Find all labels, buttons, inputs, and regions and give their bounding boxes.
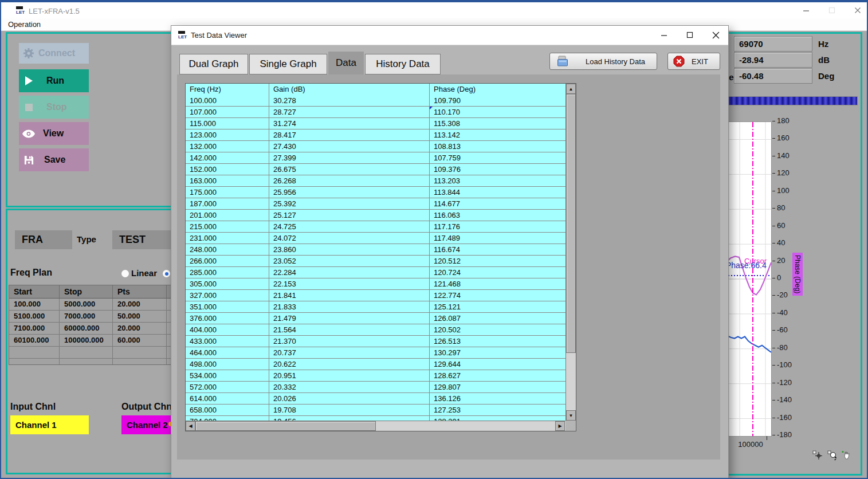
run-button[interactable]: Run <box>19 69 89 92</box>
plan-cell[interactable] <box>113 359 167 365</box>
dialog-minimize-button[interactable] <box>655 29 673 41</box>
data-cell[interactable]: 122.774 <box>430 290 565 301</box>
data-cell[interactable]: 128.301 <box>430 416 565 421</box>
data-cell[interactable]: 21.841 <box>269 290 430 301</box>
data-cell[interactable]: 107.000 <box>186 107 269 117</box>
plan-cell[interactable] <box>9 347 60 358</box>
data-cell[interactable]: 21.833 <box>269 301 430 312</box>
plan-cell[interactable]: 60.000 <box>113 335 167 346</box>
data-cell[interactable]: 109.376 <box>430 164 565 175</box>
plan-cell[interactable]: 7000.000 <box>60 311 113 322</box>
data-cell[interactable]: 152.000 <box>186 164 269 175</box>
data-cell[interactable]: 163.000 <box>186 175 269 186</box>
data-cell[interactable]: 24.725 <box>269 221 430 232</box>
data-cell[interactable]: 658.000 <box>186 405 269 415</box>
data-cell[interactable]: 23.052 <box>269 256 430 266</box>
exit-button[interactable]: EXIT <box>667 53 720 70</box>
data-cell[interactable]: 572.000 <box>186 382 269 392</box>
data-cell[interactable]: 285.000 <box>186 267 269 278</box>
connect-button[interactable]: Connect <box>19 43 89 64</box>
horizontal-scroll-thumb[interactable] <box>195 421 376 431</box>
data-cell[interactable]: 127.253 <box>430 405 565 415</box>
data-cell[interactable]: 129.644 <box>430 359 565 370</box>
data-cell[interactable]: 175.000 <box>186 187 269 198</box>
data-cell[interactable]: 31.274 <box>269 118 430 129</box>
data-cell[interactable]: 704.000 <box>186 416 269 421</box>
radio-log[interactable] <box>163 270 170 277</box>
plan-cell[interactable] <box>60 347 113 358</box>
data-cell[interactable]: 20.026 <box>269 393 430 404</box>
data-cell[interactable]: 21.479 <box>269 313 430 324</box>
plan-cell[interactable]: 20.000 <box>113 299 167 310</box>
data-cell[interactable]: 266.000 <box>186 256 269 266</box>
plan-cell[interactable] <box>60 359 113 365</box>
plan-cell[interactable] <box>9 359 60 365</box>
data-cell[interactable]: 113.142 <box>430 129 565 140</box>
data-cell[interactable]: 107.759 <box>430 152 565 163</box>
data-cell[interactable]: 27.399 <box>269 152 430 163</box>
data-cell[interactable]: 20.332 <box>269 382 430 392</box>
data-cell[interactable]: 115.000 <box>186 118 269 129</box>
plan-cell[interactable]: 100.000 <box>9 299 60 310</box>
data-cell[interactable]: 128.627 <box>430 370 565 381</box>
data-cell[interactable]: 113.203 <box>430 175 565 186</box>
data-cell[interactable]: 21.564 <box>269 324 430 335</box>
plan-cell[interactable]: 100000.000 <box>60 335 113 346</box>
data-cell[interactable]: 614.000 <box>186 393 269 404</box>
plan-cell[interactable]: 60000.000 <box>60 323 113 334</box>
data-cell[interactable]: 28.417 <box>269 129 430 140</box>
data-cell[interactable]: 248.000 <box>186 244 269 255</box>
view-button[interactable]: View <box>19 122 89 145</box>
data-cell[interactable]: 117.176 <box>430 221 565 232</box>
cursor-tool-icon[interactable] <box>812 450 824 461</box>
data-cell[interactable]: 123.000 <box>186 129 269 140</box>
data-cell[interactable]: 125.121 <box>430 301 565 312</box>
data-cell[interactable]: 116.063 <box>430 210 565 221</box>
data-cell[interactable]: 126.513 <box>430 336 565 347</box>
data-cell[interactable]: 28.727 <box>269 107 430 117</box>
data-cell[interactable]: 187.000 <box>186 198 269 209</box>
data-cell[interactable]: 26.675 <box>269 164 430 175</box>
data-cell[interactable]: 30.278 <box>269 95 430 106</box>
data-cell[interactable]: 22.284 <box>269 267 430 278</box>
data-cell[interactable]: 327.000 <box>186 290 269 301</box>
data-cell[interactable]: 21.370 <box>269 336 430 347</box>
data-cell[interactable]: 25.127 <box>269 210 430 221</box>
save-button[interactable]: Save <box>19 148 89 171</box>
data-cell[interactable]: 109.790 <box>430 95 565 106</box>
scroll-down-button[interactable]: ▼ <box>566 410 576 421</box>
data-cell[interactable]: 464.000 <box>186 347 269 358</box>
tab-history-data[interactable]: History Data <box>365 54 441 74</box>
data-cell[interactable]: 132.000 <box>186 141 269 152</box>
plan-cell[interactable]: 20.000 <box>113 323 167 334</box>
tab-data[interactable]: Data <box>328 52 364 74</box>
data-cell[interactable]: 215.000 <box>186 221 269 232</box>
plan-cell[interactable]: 7100.000 <box>9 323 60 334</box>
load-history-data-button[interactable]: Load History Data <box>549 53 657 70</box>
radio-linear[interactable] <box>121 270 129 277</box>
data-cell[interactable]: 120.724 <box>430 267 565 278</box>
data-cell[interactable]: 231.000 <box>186 233 269 244</box>
data-cell[interactable]: 100.000 <box>186 95 269 106</box>
data-cell[interactable]: 130.297 <box>430 347 565 358</box>
plan-cell[interactable]: 60100.000 <box>9 335 60 346</box>
dialog-close-button[interactable] <box>707 29 724 41</box>
plan-cell[interactable]: 5000.000 <box>60 299 113 310</box>
plan-cell[interactable]: 50.000 <box>113 311 167 322</box>
data-cell[interactable]: 498.000 <box>186 359 269 370</box>
plan-cell[interactable] <box>113 347 167 358</box>
data-cell[interactable]: 20.622 <box>269 359 430 370</box>
phase-axis-label[interactable]: Phase (Deg) <box>792 253 803 296</box>
data-cell[interactable]: 129.807 <box>430 382 565 392</box>
fra-selector[interactable]: FRA <box>15 230 72 249</box>
pan-hand-tool-icon[interactable] <box>841 450 853 460</box>
data-cell[interactable]: 121.468 <box>430 278 565 289</box>
data-cell[interactable]: 404.000 <box>186 324 269 335</box>
data-cell[interactable]: 27.430 <box>269 141 430 152</box>
data-cell[interactable]: 25.392 <box>269 198 430 209</box>
data-cell[interactable]: 201.000 <box>186 210 269 221</box>
data-cell[interactable]: 126.087 <box>430 313 565 324</box>
data-cell[interactable]: 19.456 <box>269 416 430 421</box>
data-cell[interactable]: 142.000 <box>186 152 269 163</box>
data-cell[interactable]: 26.268 <box>269 175 430 186</box>
